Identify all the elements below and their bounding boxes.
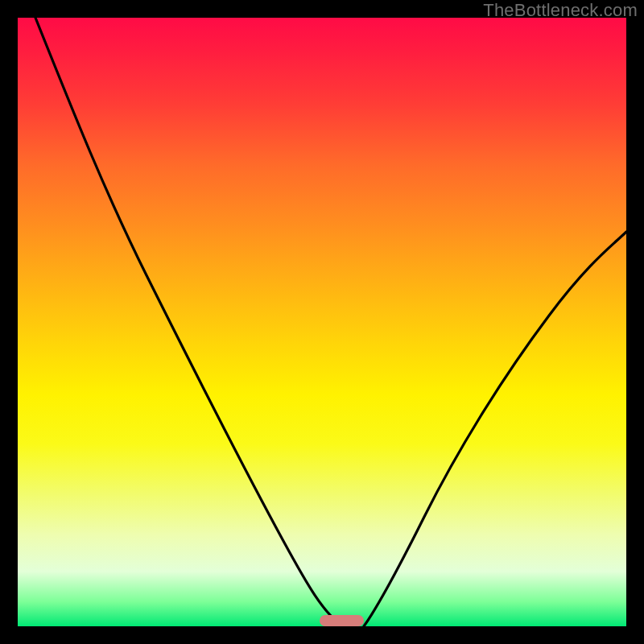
chart-stage: TheBottleneck.com [0, 0, 644, 644]
curve-layer [18, 18, 626, 626]
plot-area [18, 18, 626, 626]
watermark-text: TheBottleneck.com [483, 0, 638, 21]
optimal-marker [320, 615, 364, 626]
left-branch-curve [35, 18, 343, 626]
right-branch-curve [364, 232, 626, 626]
